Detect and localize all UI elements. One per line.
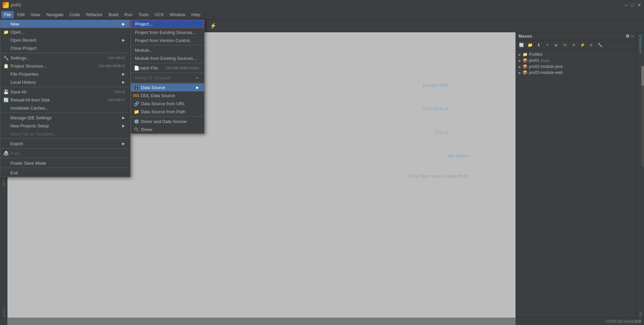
file-menu-open-recent[interactable]: Open Recent ▶ (0, 36, 130, 44)
maven-refresh-btn[interactable]: 🔄 (517, 41, 525, 49)
maximize-button[interactable]: □ (631, 2, 634, 8)
new-project-item[interactable]: Project... (131, 20, 204, 28)
sep4 (0, 138, 130, 139)
file-menu-export[interactable]: Export ▶ (0, 139, 130, 148)
file-menu-invalidate-caches[interactable]: Invalidate Caches... (0, 104, 130, 112)
menu-window[interactable]: Window (167, 11, 188, 18)
sep3 (0, 113, 130, 113)
power-save-label: Power Save Mode (10, 161, 46, 166)
driver-icon: 🔌 (134, 127, 140, 132)
new-module-from-existing[interactable]: Module from Existing Sources... (131, 54, 204, 62)
manage-ide-arrow-icon: ▶ (122, 116, 125, 120)
file-menu-close-project[interactable]: Close Project (0, 44, 130, 52)
new-ds-from-path[interactable]: 📁 Data Source from Path (131, 108, 204, 116)
profiles-label: Profiles (529, 52, 542, 57)
local-history-arrow-icon: ▶ (122, 80, 125, 84)
title-bar: pro01 ─ □ ✕ (0, 0, 644, 10)
file-menu-manage-ide[interactable]: Manage IDE Settings ▶ (0, 114, 130, 122)
file-menu-power-save[interactable]: Power Save Mode (0, 159, 130, 167)
new-module[interactable]: Module... (131, 46, 204, 54)
menu-build[interactable]: Build (106, 11, 121, 18)
file-menu-local-history[interactable]: Local History ▶ (0, 78, 130, 86)
maven-tools-btn[interactable]: 🔧 (596, 41, 604, 49)
maven-list-btn[interactable]: ≡ (587, 41, 595, 49)
maven-play-btn[interactable]: ▶ (552, 41, 560, 49)
new-ddl-data-source[interactable]: DDL DDL Data Source (131, 91, 204, 99)
sep6 (0, 158, 130, 158)
menu-file[interactable]: File (1, 11, 14, 18)
new-data-source[interactable]: 🗄️ Data Source ▶ (131, 83, 204, 91)
maven-pro03-item[interactable]: ▶ 📦 pro03-module-web (517, 70, 635, 76)
power-button[interactable]: ⚡ (209, 21, 218, 31)
file-menu-save-all[interactable]: 💾 Save All Ctrl+S (0, 88, 130, 96)
menu-navigate[interactable]: Navigate (43, 11, 66, 18)
swing-ui-arrow-icon: ▶ (196, 76, 199, 80)
manage-ide-label: Manage IDE Settings (10, 115, 52, 120)
maven-scrollbar[interactable] (641, 66, 644, 167)
menu-help[interactable]: Help (189, 11, 203, 18)
menu-code[interactable]: Code (67, 11, 83, 18)
maven-scrollbar-thumb[interactable] (641, 66, 644, 86)
maven-panel-header: Maven ⚙ ─ (516, 32, 637, 40)
ddl-data-source-label: DDL Data Source (141, 93, 175, 98)
driver-ds-icon: ⚙️ (134, 119, 140, 124)
reload-shortcut: Ctrl+Alt+Y (108, 98, 125, 102)
ds-url-icon: 🔗 (134, 101, 140, 106)
menu-tools[interactable]: Tools (136, 11, 151, 18)
maven-m-btn[interactable]: m (561, 41, 569, 49)
new-project-from-vcs[interactable]: Project from Version Control... (131, 36, 204, 44)
new-project-from-existing[interactable]: Project from Existing Sources... (131, 28, 204, 36)
maven-settings-icon[interactable]: ⚙ (626, 34, 630, 39)
maven-add-btn[interactable]: + (543, 41, 552, 49)
maven-pro01-item[interactable]: ▶ 📦 pro01 (root) (517, 57, 635, 64)
menu-bar: File Edit View Navigate Code Refactor Bu… (0, 10, 644, 19)
ds-path-icon: 📁 (134, 109, 140, 114)
file-properties-arrow-icon: ▶ (122, 72, 125, 76)
file-menu-new[interactable]: New ▶ (0, 20, 130, 28)
sep2 (0, 87, 130, 87)
menu-view[interactable]: View (28, 11, 43, 18)
maven-lightning-btn[interactable]: ⚡ (578, 41, 586, 49)
reload-icon: 🔄 (3, 97, 9, 103)
file-menu-exit[interactable]: Exit (0, 169, 130, 177)
minimize-button[interactable]: ─ (624, 2, 628, 8)
new-driver-ds[interactable]: ⚙️ Driver and Data Source (131, 117, 204, 125)
save-all-shortcut: Ctrl+S (114, 90, 125, 94)
maven-pro02-item[interactable]: ▶ 📦 pro02-module-java (517, 64, 635, 70)
project-structure-label: Project Structure... (10, 64, 47, 69)
close-project-label: Close Project (10, 46, 36, 51)
menu-vcs[interactable]: VCS (152, 11, 166, 18)
pro01-sublabel: (root) (541, 58, 550, 63)
project-from-existing-label: Project from Existing Sources... (135, 30, 196, 35)
new-sep1 (131, 45, 204, 45)
menu-refactor[interactable]: Refactor (83, 11, 105, 18)
maven-profiles-item[interactable]: ▶ 📁 Profiles (517, 51, 635, 57)
file-menu-project-structure[interactable]: 📋 Project Structure... Ctrl+Alt+Shift+S (0, 62, 130, 70)
file-menu-open[interactable]: 📁 Open... (0, 28, 130, 36)
scratch-file-icon: 📄 (134, 66, 140, 71)
profiles-arrow-icon: ▶ (519, 53, 521, 56)
menu-edit[interactable]: Edit (14, 11, 27, 18)
pro02-icon: 📦 (523, 64, 528, 69)
open-recent-arrow-icon: ▶ (122, 38, 125, 42)
file-menu-settings[interactable]: 🔧 Settings... Ctrl+Alt+S (0, 54, 130, 62)
menu-run[interactable]: Run (122, 11, 135, 18)
maven-toolbar: 🔄 📁 ⬇ + ▶ m # ⚡ ≡ 🔧 (516, 40, 637, 50)
maven-minimize-icon[interactable]: ─ (631, 34, 634, 39)
sep7 (0, 168, 130, 168)
new-driver[interactable]: 🔌 Driver (131, 125, 204, 133)
maven-download-btn[interactable]: ⬇ (535, 41, 543, 49)
new-scratch-file[interactable]: 📄 Scratch File Ctrl+Alt+Shift+Insert (131, 64, 204, 72)
right-tab-database[interactable]: Database (637, 32, 644, 56)
file-menu-new-projects-setup[interactable]: New Projects Setup ▶ (0, 122, 130, 130)
new-sep5 (131, 116, 204, 117)
new-sep4 (131, 82, 204, 83)
file-menu-reload[interactable]: 🔄 Reload All from Disk Ctrl+Alt+Y (0, 96, 130, 104)
reload-label: Reload All from Disk (10, 97, 50, 103)
file-properties-label: File Properties (10, 72, 39, 77)
maven-folder-btn[interactable]: 📁 (526, 41, 534, 49)
new-ds-from-url[interactable]: 🔗 Data Source from URL (131, 99, 204, 108)
file-menu-file-properties[interactable]: File Properties ▶ (0, 70, 130, 78)
maven-hash-btn[interactable]: # (570, 41, 578, 49)
close-button[interactable]: ✕ (637, 2, 641, 8)
